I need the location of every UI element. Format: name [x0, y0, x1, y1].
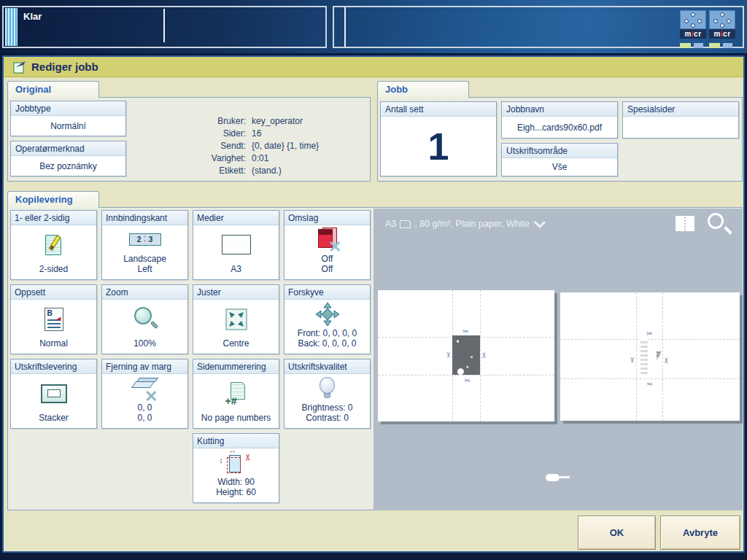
job-info-row: Varighet:0:01 — [179, 152, 319, 165]
card-front-artwork — [452, 335, 480, 375]
dialog-title-bar: Rediger jobb — [4, 57, 743, 77]
micr-logo: micr — [680, 29, 706, 39]
page-number-icon: +# — [193, 374, 279, 413]
micr-toner-indicator: micr — [709, 10, 735, 48]
status-divider — [344, 7, 346, 47]
option-output-label: Utskriftslevering — [11, 359, 96, 374]
option-margin-erase-label: Fjerning av marg — [102, 359, 187, 374]
operator-note-label: Operatørmerknad — [11, 141, 125, 156]
status-divider — [163, 9, 165, 42]
special-pages-button[interactable]: Spesialsider — [622, 101, 739, 139]
align-centre-icon — [193, 300, 279, 338]
option-layout-label: Oppsett — [11, 285, 96, 300]
magnifier-icon — [102, 300, 187, 338]
print-range-label: Utskriftsområde — [502, 144, 617, 158]
edit-job-icon — [13, 61, 26, 77]
option-cutting[interactable]: Kutting ↔ ↕ ✂ Width: 90Height: 60 — [193, 433, 279, 503]
job-info-row: Etikett:(stand.) — [179, 165, 319, 177]
status-bar: Klar micr micr — [0, 0, 747, 53]
printer-activity-stripes-icon — [5, 8, 18, 46]
option-zoom[interactable]: Zoom 100% — [101, 284, 188, 354]
jobbtype-value: Normální — [11, 116, 125, 136]
job-name-value: Eigh...cards90x60.pdf — [502, 117, 617, 138]
media-sheet-icon — [193, 225, 279, 264]
tab-kopilevering[interactable]: Kopilevering — [7, 191, 99, 208]
option-media[interactable]: Medier A3 — [193, 210, 279, 280]
option-sides-label: 1- eller 2-sidig — [11, 211, 96, 225]
toner-dots-icon — [709, 10, 735, 29]
option-binding-edge[interactable]: Innbindingskant 2⁚3 LandscapeLeft — [101, 210, 188, 280]
cutting-icon: ↔ ↕ ✂ — [193, 448, 279, 477]
option-align-label: Juster — [193, 285, 279, 300]
copies-count-value: 1 — [381, 117, 496, 176]
page-split-view-icon[interactable] — [676, 216, 694, 231]
job-info-row: Bruker:key_operator — [179, 115, 319, 128]
card-back-artwork — [640, 339, 648, 374]
option-print-quality[interactable]: Utskriftskvalitet Brightness: 0Contrast:… — [284, 359, 371, 429]
option-shift[interactable]: Forskyve Front: 0, 0, 0, 0Back: 0, 0, 0,… — [284, 284, 371, 354]
option-covers[interactable]: Omslag ✕ OffOff — [284, 210, 371, 280]
print-range-button[interactable]: Utskriftsområde Vše — [501, 143, 618, 176]
two-sided-page-icon — [11, 225, 96, 264]
supply-level-icons — [709, 43, 735, 48]
media-details: , 80 g/m², Plain paper, White — [414, 219, 530, 229]
option-margin-erase[interactable]: Fjerning av marg ✕ 0, 00, 0 — [101, 359, 188, 429]
option-print-quality-label: Utskriftskvalitet — [285, 359, 370, 374]
layout-page-icon: B — [11, 300, 96, 338]
status-box-right: micr micr — [333, 6, 744, 48]
job-name-button[interactable]: Jobbnavn Eigh...cards90x60.pdf — [501, 101, 618, 139]
shift-arrows-icon — [285, 300, 370, 328]
option-media-label: Medier — [193, 211, 279, 225]
cancel-button[interactable]: Avbryte — [660, 516, 740, 550]
micr-logo: micr — [709, 29, 735, 39]
option-cutting-label: Kutting — [193, 434, 279, 448]
job-name-label: Jobbnavn — [502, 102, 617, 117]
stacker-tray-icon — [11, 374, 96, 413]
media-name: A3 — [385, 219, 396, 229]
special-pages-label: Spesialsider — [623, 102, 738, 117]
light-bulb-icon — [285, 374, 370, 402]
option-covers-label: Omslag — [285, 211, 370, 225]
option-zoom-label: Zoom — [102, 285, 187, 300]
option-page-numbers[interactable]: Sidenummerering +# No page numbers — [193, 359, 279, 429]
special-pages-value — [623, 117, 738, 138]
print-range-value: Vše — [502, 158, 617, 176]
preview-pane: A3 , 80 g/m², Plain paper, White ✂ ✂ ✂ ✂… — [374, 209, 743, 510]
status-box-left: Klar — [2, 6, 327, 48]
operator-note-value: Bez poznámky — [11, 156, 125, 176]
option-page-numbers-label: Sidenummerering — [193, 359, 279, 374]
operator-note-button[interactable]: Operatørmerknad Bez poznámky — [10, 141, 126, 176]
option-sides[interactable]: 1- eller 2-sidig 2-sided — [10, 210, 97, 280]
job-info-row: Sendt:{0, date} {1, time} — [179, 140, 319, 152]
micr-toner-indicator: micr — [680, 10, 706, 48]
chevron-down-icon — [533, 220, 546, 228]
job-info-block: Bruker:key_operator Sider:16 Sendt:{0, d… — [179, 115, 319, 177]
preview-sheet-front: ✂ ✂ ✂ ✂ — [378, 290, 554, 421]
ok-button[interactable]: OK — [578, 516, 656, 550]
tab-original[interactable]: Original — [7, 81, 99, 98]
option-shift-label: Forskyve — [285, 285, 370, 300]
media-dropdown[interactable]: A3 , 80 g/m², Plain paper, White — [385, 219, 546, 229]
copies-count-button[interactable]: Antall sett 1 — [380, 101, 497, 176]
copies-count-label: Antall sett — [381, 102, 496, 117]
tab-jobb[interactable]: Jobb — [377, 81, 469, 98]
edit-job-dialog: Rediger jobb Original Jobbtype Normální … — [2, 55, 745, 553]
option-align[interactable]: Juster Centre — [193, 284, 279, 354]
eraser-off-icon: ✕ — [102, 374, 187, 402]
preview-magnifier-icon[interactable] — [706, 211, 732, 238]
supply-level-icons — [680, 43, 706, 48]
jobbtype-button[interactable]: Jobbtype Normální — [10, 101, 126, 136]
printer-status-text: Klar — [23, 11, 42, 22]
binding-edge-icon: 2⁚3 — [102, 225, 187, 254]
toner-dots-icon — [680, 10, 706, 29]
media-page-icon — [400, 220, 411, 228]
preview-handle-icon[interactable] — [546, 474, 570, 481]
preview-sheet-back: ✂ ✂ ✂ ✂ ~e& — [560, 292, 740, 421]
option-output-delivery[interactable]: Utskriftslevering Stacker — [10, 359, 97, 429]
dialog-title: Rediger jobb — [31, 57, 98, 77]
job-info-row: Sider:16 — [179, 128, 319, 140]
jobbtype-label: Jobbtype — [11, 101, 125, 116]
option-binding-label: Innbindingskant — [102, 211, 187, 225]
covers-off-icon: ✕ — [285, 225, 370, 254]
option-layout[interactable]: Oppsett B Normal — [10, 284, 97, 354]
